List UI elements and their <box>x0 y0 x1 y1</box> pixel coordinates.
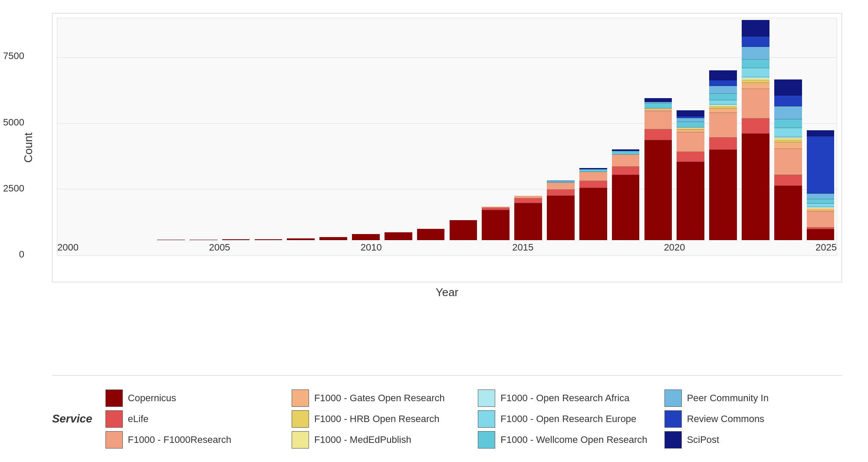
legend-swatch-SciPost <box>664 431 682 449</box>
bar-segment-Copernicus <box>742 134 769 240</box>
bar-group-2014 <box>482 152 510 240</box>
bar-group-2016 <box>547 121 575 240</box>
bar-segment-F1000_Wellcome <box>709 94 737 100</box>
legend-label-F1000_MedEdPublish: F1000 - MedEdPublish <box>314 434 411 446</box>
bar-segment-eLife <box>514 198 542 203</box>
legend-item-F1000_Gates: F1000 - Gates Open Research <box>292 389 469 407</box>
bar-segment-PeerCommunityIn <box>774 106 802 119</box>
bar-segment-SciPost <box>709 70 737 80</box>
bar-segment-SciPost <box>742 20 769 36</box>
bar-group-2018 <box>612 93 640 240</box>
bar-segment-PeerCommunityIn <box>709 86 737 94</box>
bar-segment-PeerCommunityIn <box>742 47 769 59</box>
bar-segment-eLife <box>709 138 737 150</box>
legend-label-F1000_Gates: F1000 - Gates Open Research <box>314 393 445 404</box>
bar-segment-Copernicus <box>709 150 737 240</box>
bar-segment-F1000_OpenResearchEurope <box>807 204 835 207</box>
legend-item-F1000_OpenResearchEurope: F1000 - Open Research Europe <box>478 410 655 428</box>
bar-group-2020 <box>677 65 704 240</box>
bar-segment-F1000_Wellcome <box>742 59 769 68</box>
legend-swatch-F1000_F1000Research <box>105 431 123 449</box>
legend-label-PeerCommunityIn: Peer Community In <box>687 393 769 404</box>
legend-swatch-eLife <box>105 410 123 428</box>
legend-label-SciPost: SciPost <box>687 434 720 446</box>
bar-group-2007 <box>255 224 283 240</box>
y-tick-2500: 2500 <box>3 183 24 194</box>
bar-segment-F1000_F1000Research <box>742 89 769 118</box>
bars-container <box>57 18 837 255</box>
bar-group-2005 <box>190 229 217 240</box>
bar-segment-F1000_OpenResearchEurope <box>774 128 802 137</box>
bar-segment-SciPost <box>774 79 802 96</box>
legend-item-PeerCommunityIn: Peer Community In <box>664 389 842 407</box>
legend-label-F1000_OpenResearchAfrica: F1000 - Open Research Africa <box>500 393 629 404</box>
legend-swatch-PeerCommunityIn <box>664 389 682 407</box>
legend-label-ReviewCommons: Review Commons <box>687 413 765 425</box>
bar-segment-Copernicus <box>255 239 283 240</box>
bar-segment-F1000_F1000Research <box>709 113 737 137</box>
bar-group-2006 <box>222 227 250 240</box>
bar-segment-Copernicus <box>677 162 704 240</box>
bar-segment-Copernicus <box>222 239 250 240</box>
bar-segment-F1000_OpenResearchEurope <box>709 100 737 105</box>
bar-segment-Copernicus <box>385 232 412 240</box>
bar-segment-F1000_OpenResearchEurope <box>742 68 769 77</box>
bar-segment-Copernicus <box>547 196 575 240</box>
bar-segment-Copernicus <box>417 229 445 240</box>
bar-segment-F1000_F1000Research <box>644 111 672 129</box>
bar-segment-F1000_Gates <box>709 109 737 113</box>
bar-group-2003 <box>125 239 152 240</box>
bar-group-2022 <box>742 12 769 240</box>
bar-group-2004 <box>157 233 185 240</box>
legend-label-F1000_F1000Research: F1000 - F1000Research <box>128 434 231 446</box>
bar-segment-PeerCommunityIn <box>807 194 835 199</box>
legend-item-F1000_F1000Research: F1000 - F1000Research <box>105 431 283 449</box>
bar-segment-PeerCommunityIn <box>677 118 704 122</box>
bar-segment-ReviewCommons <box>807 136 835 194</box>
bar-segment-Copernicus <box>612 175 640 240</box>
legend: Service CopernicusF1000 - Gates Open Res… <box>52 375 842 458</box>
bar-segment-eLife <box>612 167 640 175</box>
x-tick-2000: 2000 <box>57 242 79 253</box>
bar-segment-F1000_F1000Research <box>774 149 802 175</box>
bar-segment-eLife <box>547 190 575 196</box>
bar-group-2002 <box>92 240 120 240</box>
legend-swatch-F1000_Wellcome <box>478 431 495 449</box>
bar-segment-F1000_Wellcome <box>677 122 704 128</box>
bar-segment-F1000_Wellcome <box>644 103 672 109</box>
bar-segment-Copernicus <box>514 203 542 240</box>
legend-label-eLife: eLife <box>128 413 149 425</box>
bar-segment-F1000_Gates <box>677 129 704 132</box>
x-axis-title: Year <box>53 286 842 299</box>
legend-item-F1000_Wellcome: F1000 - Wellcome Open Research <box>478 431 655 449</box>
x-tick-2005: 2005 <box>209 242 230 253</box>
bar-segment-ReviewCommons <box>709 80 737 86</box>
bar-segment-Copernicus <box>482 210 510 240</box>
bar-segment-Copernicus <box>807 229 835 240</box>
legend-item-ReviewCommons: Review Commons <box>664 410 842 428</box>
legend-item-F1000_MedEdPublish: F1000 - MedEdPublish <box>292 431 469 449</box>
bar-segment-F1000_Wellcome <box>612 151 640 155</box>
bar-group-2011 <box>385 197 412 240</box>
legend-swatch-Copernicus <box>105 389 123 407</box>
legend-swatch-F1000_OpenResearchEurope <box>478 410 495 428</box>
bar-segment-SciPost <box>677 110 704 116</box>
bar-segment-SciPost <box>644 98 672 102</box>
bar-group-2012 <box>417 189 445 240</box>
legend-label-F1000_HRB: F1000 - HRB Open Research <box>314 413 440 425</box>
legend-item-Copernicus: Copernicus <box>105 389 283 407</box>
bar-group-2024 <box>807 79 835 240</box>
bar-segment-eLife <box>579 181 607 188</box>
bar-segment-F1000_F1000Research <box>612 155 640 167</box>
bar-segment-Copernicus <box>644 140 672 240</box>
bar-group-2008 <box>287 219 315 240</box>
bar-segment-F1000_F1000Research <box>547 183 575 189</box>
legend-label-F1000_OpenResearchEurope: F1000 - Open Research Europe <box>500 413 636 425</box>
bar-group-2017 <box>579 109 607 240</box>
bar-segment-eLife <box>774 175 802 186</box>
bar-segment-F1000_Wellcome <box>807 199 835 204</box>
bar-segment-F1000_Gates <box>742 83 769 89</box>
bar-segment-Copernicus <box>774 186 802 240</box>
y-tick-7500: 7500 <box>3 50 24 62</box>
legend-label-Copernicus: Copernicus <box>128 393 176 404</box>
